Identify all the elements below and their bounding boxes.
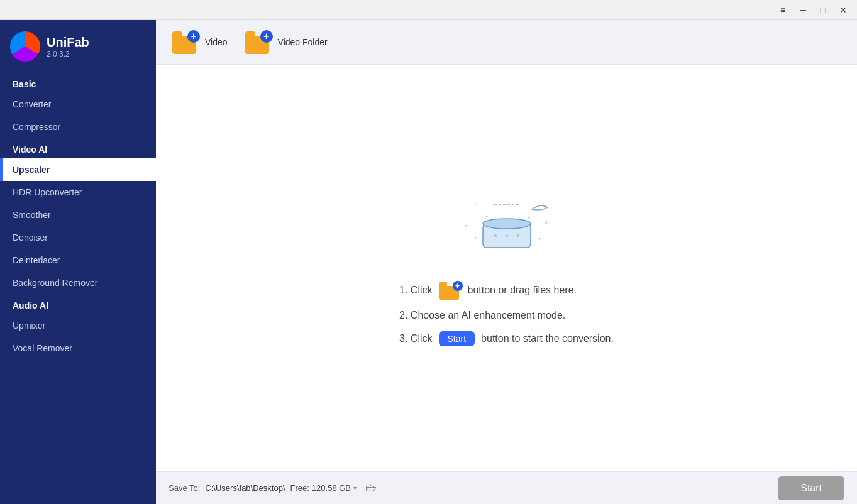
start-badge-inline: Start [439, 331, 475, 346]
svg-point-9 [517, 234, 519, 237]
toolbar: + Video + Video Folder [156, 20, 857, 65]
sidebar-item-background-remover[interactable]: Background Remover [0, 271, 156, 294]
step1-prefix: 1. Click [399, 285, 432, 296]
save-to-label: Save To: [169, 483, 200, 493]
app-body: UniFab 2.0.3.2 Basic Converter Compresso… [0, 20, 857, 504]
svg-point-14 [538, 238, 540, 239]
folder-tab [172, 31, 182, 36]
sidebar-item-hdr-upconverter[interactable]: HDR Upconverter [0, 181, 156, 204]
svg-point-11 [485, 215, 487, 217]
sidebar-item-upscaler[interactable]: Upscaler [0, 158, 156, 181]
app-name: UniFab [47, 35, 89, 50]
sidebar-item-vocal-remover[interactable]: Vocal Remover [0, 337, 156, 359]
save-to-section: Save To: C:\Users\fab\Desktop\ Free: 120… [169, 480, 380, 496]
step3-prefix: 3. Click [399, 333, 432, 344]
video-folder-add-icon: + [245, 30, 273, 54]
maximize-button[interactable]: □ [814, 1, 832, 19]
step3-suffix: button to start the conversion. [481, 333, 614, 344]
step1-add-icon: + [439, 281, 462, 300]
section-videoai-label: Video AI [0, 138, 156, 158]
logo-icon [10, 31, 40, 62]
sidebar-item-upmixer[interactable]: Upmixer [0, 314, 156, 337]
svg-text:×: × [545, 219, 548, 226]
sidebar-item-compressor[interactable]: Compressor [0, 116, 156, 138]
save-to-path: C:\Users\fab\Desktop\ [205, 483, 285, 493]
minimize-button[interactable]: ─ [794, 1, 812, 19]
video-add-icon: + [172, 30, 200, 54]
section-audioai-label: Audio AI [0, 294, 156, 314]
instructions: 1. Click + button or drag files here. 2.… [399, 281, 614, 346]
svg-text:·: · [475, 202, 477, 207]
free-space-section: Free: 120.58 GB ▾ [290, 483, 357, 493]
svg-point-12 [528, 216, 529, 218]
video-btn-label: Video [205, 37, 228, 47]
free-space-value: 120.58 GB [312, 483, 351, 493]
svg-point-10 [543, 205, 545, 207]
logo-text: UniFab 2.0.3.2 [47, 35, 89, 58]
sidebar-item-converter[interactable]: Converter [0, 93, 156, 116]
svg-text:×: × [464, 222, 468, 229]
svg-point-7 [494, 234, 497, 237]
svg-point-6 [483, 219, 531, 229]
sidebar-item-denoiser[interactable]: Denoiser [0, 226, 156, 249]
folder-tab2 [245, 31, 255, 36]
main-content: + Video + Video Folder × × [156, 20, 857, 504]
sidebar: UniFab 2.0.3.2 Basic Converter Compresso… [0, 20, 156, 504]
add-badge-icon2: + [260, 30, 273, 43]
add-badge-icon: + [187, 30, 200, 43]
menu-button[interactable]: ≡ [774, 1, 792, 19]
app-version: 2.0.3.2 [47, 50, 89, 58]
start-button[interactable]: Start [778, 476, 844, 500]
instruction-step1: 1. Click + button or drag files here. [399, 281, 614, 300]
svg-point-13 [474, 236, 476, 238]
step1-suffix: button or drag files here. [468, 285, 577, 296]
add-video-button[interactable]: + Video [169, 28, 231, 57]
add-video-folder-button[interactable]: + Video Folder [241, 28, 331, 57]
free-space-label: Free: [290, 483, 309, 493]
sidebar-item-smoother[interactable]: Smoother [0, 204, 156, 226]
sidebar-item-deinterlacer[interactable]: Deinterlacer [0, 249, 156, 271]
instruction-step2: 2. Choose an AI enhancement mode. [399, 310, 614, 321]
instruction-step3: 3. Click Start button to start the conve… [399, 331, 614, 346]
step2-text: 2. Choose an AI enhancement mode. [399, 310, 565, 321]
drop-illustration: × × + · [456, 190, 557, 266]
title-bar: ≡ ─ □ ✕ [0, 0, 857, 20]
section-basic-label: Basic [0, 73, 156, 93]
logo-area: UniFab 2.0.3.2 [0, 20, 156, 73]
status-bar: Save To: C:\Users\fab\Desktop\ Free: 120… [156, 471, 857, 504]
free-space-dropdown-arrow[interactable]: ▾ [353, 485, 357, 491]
folder-browse-button[interactable]: 🗁 [362, 480, 380, 496]
video-folder-btn-label: Video Folder [278, 37, 328, 47]
close-button[interactable]: ✕ [834, 1, 852, 19]
svg-point-8 [506, 234, 508, 237]
drop-area[interactable]: × × + · [156, 65, 857, 471]
